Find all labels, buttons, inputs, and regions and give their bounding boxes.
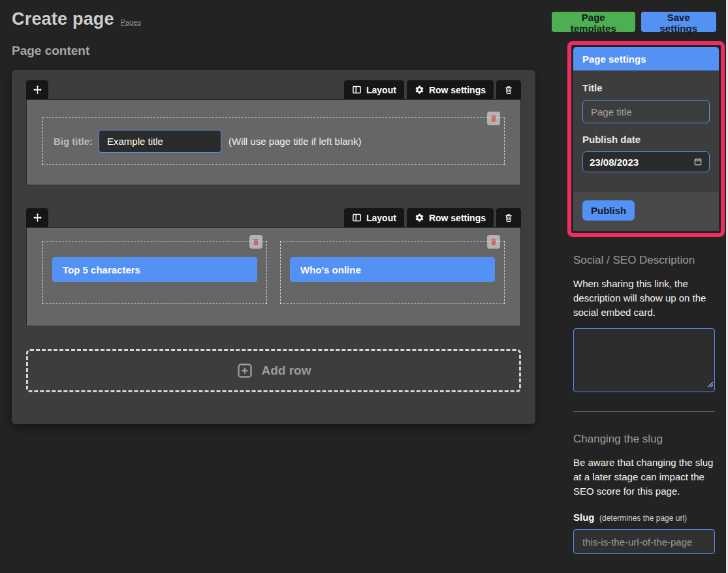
builder-row-1: Layout Row settings Big title:	[26, 80, 521, 185]
row-settings-button-label: Row settings	[429, 85, 486, 95]
row-settings-button-label: Row settings	[429, 213, 486, 223]
sidebar-toolbar: Page templates Save settings	[552, 12, 716, 32]
slug-heading: Changing the slug	[573, 433, 715, 446]
seo-section: Social / SEO Description When sharing th…	[573, 254, 715, 554]
seo-heading: Social / SEO Description	[573, 254, 715, 267]
widget-top-5-characters[interactable]: Top 5 characters	[52, 257, 257, 282]
widget-delete-button[interactable]	[487, 235, 500, 249]
row-2-drag-handle[interactable]	[26, 208, 48, 227]
page-settings-panel: Page settings Title Publish date 23/08/2…	[573, 47, 719, 231]
slug-warning-text: Be aware that changing the slug at a lat…	[573, 456, 715, 499]
slug-label: Slug	[573, 512, 595, 523]
slug-label-row: Slug (determines the page url)	[573, 512, 715, 523]
builder-row-2: Layout Row settings Top 5 characters	[26, 208, 521, 326]
publish-date-value: 23/08/2023	[590, 157, 639, 168]
slug-label-hint: (determines the page url)	[597, 514, 687, 523]
row-1-layout-button[interactable]: Layout	[344, 80, 404, 99]
row-1-settings-button[interactable]: Row settings	[407, 80, 494, 99]
big-title-widget: Big title: (Will use page title if left …	[42, 117, 505, 165]
column-right: Who's online	[280, 241, 505, 304]
layout-button-label: Layout	[366, 85, 396, 95]
row-2-layout-button[interactable]: Layout	[344, 208, 404, 227]
gear-icon	[415, 213, 424, 223]
big-title-label: Big title:	[54, 136, 93, 147]
widget-whos-online[interactable]: Who's online	[290, 257, 495, 282]
breadcrumb-pages-link[interactable]: Pages	[121, 18, 141, 26]
widget-delete-button[interactable]	[487, 112, 500, 125]
page-templates-button[interactable]: Page templates	[552, 12, 635, 32]
row-2-body: Top 5 characters Who's online	[26, 227, 521, 326]
big-title-input[interactable]	[99, 130, 221, 153]
page-content-heading: Page content	[12, 44, 535, 58]
plus-square-icon	[236, 362, 253, 379]
page-settings-panel-body: Title Publish date 23/08/2023	[573, 70, 719, 192]
page-title-input[interactable]	[582, 100, 710, 123]
resize-handle-icon[interactable]	[707, 379, 714, 390]
row-2-header: Layout Row settings	[26, 208, 521, 227]
publish-date-label: Publish date	[582, 134, 710, 145]
page-title: Create page	[12, 9, 114, 29]
title-label: Title	[582, 82, 710, 93]
trash-icon	[504, 213, 513, 223]
move-icon	[33, 213, 42, 223]
widget-delete-button[interactable]	[249, 235, 262, 249]
page-settings-panel-header: Page settings	[573, 47, 719, 70]
settings-sidebar: Page templates Save settings Page settin…	[552, 12, 716, 554]
add-row-label: Add row	[262, 364, 311, 378]
publish-date-input[interactable]: 23/08/2023	[582, 151, 710, 172]
column-left: Top 5 characters	[42, 241, 267, 304]
save-settings-button[interactable]: Save settings	[641, 12, 716, 32]
highlight-annotation: Page settings Title Publish date 23/08/2…	[567, 41, 725, 237]
row-1-header: Layout Row settings	[26, 80, 521, 99]
main-content: Create page Pages Page content Layout	[12, 9, 535, 424]
add-row-button[interactable]: Add row	[26, 349, 521, 392]
section-divider	[573, 411, 715, 412]
publish-button[interactable]: Publish	[582, 200, 635, 221]
layout-button-label: Layout	[366, 213, 396, 223]
calendar-icon	[693, 157, 703, 166]
page-settings-panel-footer: Publish	[573, 192, 719, 231]
seo-description-textarea[interactable]	[573, 328, 715, 392]
page-builder-card: Layout Row settings Big title:	[12, 70, 535, 424]
row-1-delete-button[interactable]	[496, 80, 521, 99]
trash-icon	[504, 85, 513, 95]
slug-input[interactable]	[573, 529, 715, 554]
big-title-hint: (Will use page title if left blank)	[229, 136, 361, 147]
layout-columns-icon	[352, 85, 362, 95]
gear-icon	[415, 85, 424, 95]
row-1-body: Big title: (Will use page title if left …	[26, 99, 521, 185]
row-2-delete-button[interactable]	[496, 208, 521, 227]
page-header: Create page Pages	[12, 9, 535, 29]
move-icon	[33, 85, 42, 95]
seo-description-text: When sharing this link, the description …	[573, 277, 715, 320]
row-1-drag-handle[interactable]	[26, 80, 48, 99]
layout-columns-icon	[352, 213, 362, 223]
row-2-settings-button[interactable]: Row settings	[407, 208, 494, 227]
